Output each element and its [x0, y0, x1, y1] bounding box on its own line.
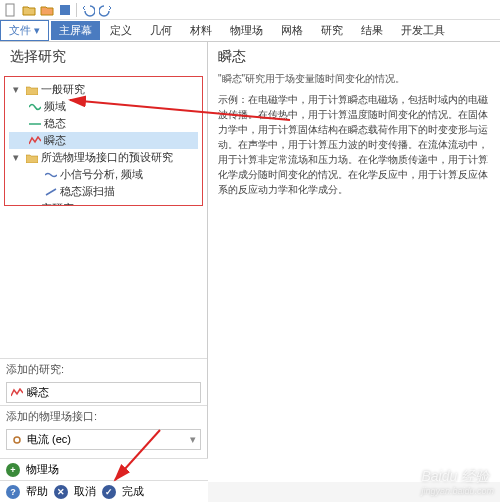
bottom-bar: + 物理场 ? 帮助 ✕ 取消 ✓ 完成 — [0, 458, 208, 502]
add-physics-icon[interactable]: + — [6, 463, 20, 477]
file-menu[interactable]: 文件 ▾ — [0, 20, 49, 41]
right-title: 瞬态 — [218, 48, 490, 72]
tab-results[interactable]: 结果 — [353, 21, 391, 40]
right-description: "瞬态"研究用于场变量随时间变化的情况。 — [218, 72, 490, 86]
study-icon — [29, 119, 41, 129]
tree-label: 一般研究 — [41, 82, 85, 97]
svg-point-3 — [14, 437, 20, 443]
folder-icon[interactable] — [22, 3, 36, 17]
added-study-label: 添加的研究: — [0, 358, 207, 380]
tree-item-smallsignal[interactable]: 小信号分析, 频域 — [9, 166, 198, 183]
study-icon — [45, 187, 57, 197]
tree-empty[interactable]: ▸空研究 — [9, 200, 198, 206]
tab-home[interactable]: 主屏幕 — [51, 21, 100, 40]
tree-general[interactable]: ▾一般研究 — [9, 81, 198, 98]
tab-geometry[interactable]: 几何 — [142, 21, 180, 40]
study-icon — [45, 170, 57, 180]
tree-label: 瞬态 — [44, 133, 66, 148]
field-value: 电流 (ec) — [27, 432, 71, 447]
tab-mesh[interactable]: 网格 — [273, 21, 311, 40]
tab-materials[interactable]: 材料 — [182, 21, 220, 40]
right-panel: 瞬态 "瞬态"研究用于场变量随时间变化的情况。 示例：在电磁学中，用于计算瞬态电… — [208, 42, 500, 482]
folder-icon — [26, 85, 38, 95]
menubar: 文件 ▾ 主屏幕 定义 几何 材料 物理场 网格 研究 结果 开发工具 — [0, 20, 500, 42]
tree-label: 频域 — [44, 99, 66, 114]
collapse-icon[interactable]: ▾ — [13, 83, 23, 96]
added-iface-label: 添加的物理场接口: — [0, 405, 207, 427]
tree-label: 稳态源扫描 — [60, 184, 115, 199]
tab-study[interactable]: 研究 — [313, 21, 351, 40]
help-button[interactable]: 帮助 — [26, 484, 48, 499]
field-value: 瞬态 — [27, 385, 49, 400]
chevron-down-icon: ▾ — [190, 433, 196, 446]
watermark-sub: jingyan.baidu.com — [421, 486, 494, 496]
study-icon — [29, 102, 41, 112]
quick-toolbar — [0, 0, 500, 20]
tree-label: 空研究 — [41, 201, 74, 206]
tree-label: 稳态 — [44, 116, 66, 131]
folder-icon — [26, 204, 38, 207]
tree-label: 所选物理场接口的预设研究 — [41, 150, 173, 165]
right-body: 示例：在电磁学中，用于计算瞬态电磁场，包括时域内的电磁波传播。在传热中，用于计算… — [218, 92, 490, 197]
file-icon[interactable] — [4, 3, 18, 17]
separator — [76, 3, 77, 17]
physics-button[interactable]: 物理场 — [26, 462, 59, 477]
expand-icon[interactable]: ▸ — [13, 202, 23, 206]
cancel-button[interactable]: 取消 — [74, 484, 96, 499]
panel-title: 选择研究 — [0, 42, 207, 72]
help-icon[interactable]: ? — [6, 485, 20, 499]
done-icon[interactable]: ✓ — [102, 485, 116, 499]
undo-icon[interactable] — [81, 3, 95, 17]
study-icon — [11, 388, 23, 398]
study-icon — [29, 136, 41, 146]
tree-item-transient[interactable]: 瞬态 — [9, 132, 198, 149]
physics-icon — [11, 435, 23, 445]
collapse-icon[interactable]: ▾ — [13, 151, 23, 164]
redo-icon[interactable] — [99, 3, 113, 17]
svg-rect-1 — [60, 5, 70, 15]
folder-open-icon[interactable] — [40, 3, 54, 17]
svg-rect-0 — [6, 4, 14, 16]
tree-label: 小信号分析, 频域 — [60, 167, 143, 182]
left-panel: 选择研究 ▾一般研究 频域 稳态 瞬态 ▾所选物理场接口的预设研究 小信号分析,… — [0, 42, 208, 482]
tree-preset[interactable]: ▾所选物理场接口的预设研究 — [9, 149, 198, 166]
tab-physics[interactable]: 物理场 — [222, 21, 271, 40]
tree-item-frequency[interactable]: 频域 — [9, 98, 198, 115]
tab-devtools[interactable]: 开发工具 — [393, 21, 453, 40]
tree-item-stationary[interactable]: 稳态 — [9, 115, 198, 132]
study-tree: ▾一般研究 频域 稳态 瞬态 ▾所选物理场接口的预设研究 小信号分析, 频域 稳… — [4, 76, 203, 206]
added-study-field[interactable]: 瞬态 — [6, 382, 201, 403]
tree-item-sourcesweep[interactable]: 稳态源扫描 — [9, 183, 198, 200]
cancel-icon[interactable]: ✕ — [54, 485, 68, 499]
folder-icon — [26, 153, 38, 163]
save-icon[interactable] — [58, 3, 72, 17]
done-button[interactable]: 完成 — [122, 484, 144, 499]
added-iface-field[interactable]: 电流 (ec) ▾ — [6, 429, 201, 450]
tab-definitions[interactable]: 定义 — [102, 21, 140, 40]
